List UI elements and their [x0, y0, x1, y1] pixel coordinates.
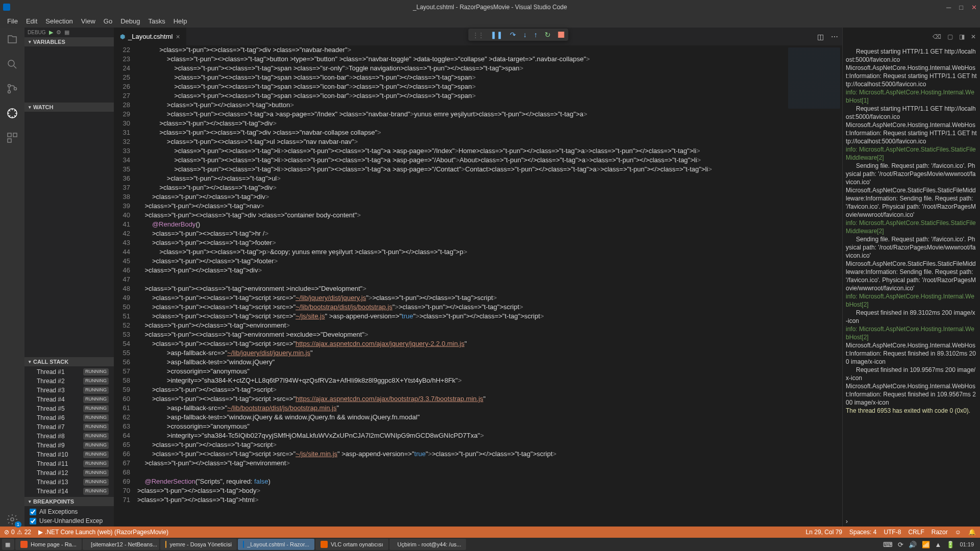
more-actions-icon[interactable]: ⋯: [831, 33, 838, 41]
code-editor[interactable]: 2223242526272829303132333435363738394041…: [114, 45, 842, 527]
status-spaces[interactable]: Spaces: 4: [849, 529, 876, 536]
thread-item[interactable]: Thread #6RUNNING: [24, 413, 114, 422]
minimize-button[interactable]: ─: [946, 4, 951, 11]
debug-console-output[interactable]: Request starting HTTP/1.1 GET http://loc…: [843, 45, 980, 516]
svg-point-3: [8, 91, 11, 93]
explorer-icon[interactable]: [5, 33, 19, 47]
activity-bar: [0, 28, 24, 527]
os-taskbar: ▦ Home page - Ra...[sitemaker12 - NetBea…: [0, 538, 980, 551]
svg-point-0: [8, 60, 14, 66]
thread-item[interactable]: Thread #9RUNNING: [24, 441, 114, 450]
minimap[interactable]: [786, 45, 842, 527]
status-bell-icon[interactable]: 🔔: [968, 529, 976, 536]
status-errors[interactable]: ⊘ 0 ⚠ 22: [4, 529, 31, 536]
split-editor-icon[interactable]: ◫: [817, 33, 824, 41]
tray-updates-icon[interactable]: ⟳: [898, 541, 903, 548]
taskbar-app[interactable]: [sitemaker12 - NetBeans...: [83, 539, 159, 550]
thread-item[interactable]: Thread #5RUNNING: [24, 404, 114, 413]
debug-toolbar[interactable]: ⋮⋮ ❚❚ ↷ ↓ ↑ ↻: [468, 29, 568, 41]
menu-help[interactable]: Help: [169, 15, 191, 27]
close-tab-icon[interactable]: ×: [176, 33, 180, 41]
tray-vlc-icon[interactable]: ▲: [935, 541, 942, 548]
maximize-button[interactable]: □: [959, 4, 963, 11]
thread-item[interactable]: Thread #1RUNNING: [24, 367, 114, 377]
breakpoints-section-header[interactable]: ▾BREAKPOINTS: [24, 497, 114, 506]
thread-item[interactable]: Thread #4RUNNING: [24, 395, 114, 404]
breakpoint-user-unhandled[interactable]: User-Unhandled Excep: [24, 516, 114, 525]
taskbar-app[interactable]: _Layout.cshtml - Razor...: [238, 539, 314, 550]
tray-battery-icon[interactable]: 🔋: [946, 541, 954, 548]
thread-item[interactable]: Thread #7RUNNING: [24, 422, 114, 432]
svg-point-9: [11, 518, 14, 521]
svg-rect-7: [13, 133, 17, 137]
status-language[interactable]: Razor: [932, 529, 948, 536]
editor-area: ⬢ _Layout.cshtml × ⋮⋮ ❚❚ ↷ ↓ ↑ ↻ ◫ ⋯ 222…: [114, 28, 842, 527]
debug-console-icon[interactable]: ▦: [64, 29, 69, 36]
tray-keyboard-icon[interactable]: ⌨: [883, 541, 893, 548]
taskbar-app[interactable]: yemre - Dosya Yöneticisi: [160, 539, 237, 550]
thread-item[interactable]: Thread #2RUNNING: [24, 377, 114, 386]
taskbar-app[interactable]: Uçbirim - root@y44: /us...: [389, 539, 466, 550]
taskbar-app[interactable]: VLC ortam oynatıcısı: [315, 539, 388, 550]
titlebar: _Layout.cshtml - RazorPagesMovie - Visua…: [0, 0, 980, 14]
start-debug-icon[interactable]: ▶: [49, 29, 53, 36]
thread-item[interactable]: Thread #12RUNNING: [24, 468, 114, 478]
close-button[interactable]: ✕: [971, 4, 977, 11]
tray-clock[interactable]: 01:19: [960, 541, 974, 547]
restart-icon[interactable]: ↻: [545, 31, 551, 39]
menu-file[interactable]: File: [3, 15, 22, 27]
thread-item[interactable]: Thread #14RUNNING: [24, 487, 114, 496]
editor-tabs: ⬢ _Layout.cshtml × ⋮⋮ ❚❚ ↷ ↓ ↑ ↻ ◫ ⋯: [114, 28, 842, 45]
settings-gear-icon[interactable]: [5, 512, 19, 527]
tab-layout-cshtml[interactable]: ⬢ _Layout.cshtml ×: [114, 28, 187, 45]
search-icon[interactable]: [5, 57, 19, 71]
menu-go[interactable]: Go: [100, 15, 116, 27]
thread-item[interactable]: Thread #10RUNNING: [24, 450, 114, 459]
svg-line-1: [14, 66, 16, 68]
step-over-icon[interactable]: ↷: [510, 31, 516, 39]
step-out-icon[interactable]: ↑: [534, 31, 537, 39]
svg-rect-8: [8, 139, 11, 142]
callstack-section-header[interactable]: ▾CALL STACK: [24, 357, 114, 366]
extensions-icon[interactable]: [5, 131, 19, 145]
step-into-icon[interactable]: ↓: [523, 31, 527, 39]
svg-point-4: [14, 88, 17, 90]
thread-item[interactable]: Thread #3RUNNING: [24, 386, 114, 395]
menubar: FileEditSelectionViewGoDebugTasksHelp: [0, 14, 980, 28]
taskbar-show-desktop[interactable]: ▦: [2, 539, 14, 550]
status-cursor[interactable]: Ln 29, Col 79: [806, 529, 842, 536]
drag-handle-icon[interactable]: ⋮⋮: [472, 31, 483, 39]
menu-tasks[interactable]: Tasks: [144, 15, 169, 27]
menu-view[interactable]: View: [77, 15, 100, 27]
thread-item[interactable]: Thread #8RUNNING: [24, 432, 114, 441]
taskbar-app[interactable]: Home page - Ra...: [15, 539, 82, 550]
thread-item[interactable]: Thread #11RUNNING: [24, 459, 114, 468]
menu-edit[interactable]: Edit: [22, 15, 41, 27]
variables-section-header[interactable]: ▾VARIABLES: [24, 37, 114, 46]
close-panel-icon[interactable]: ✕: [971, 33, 976, 41]
maximize-panel-icon[interactable]: ▢: [947, 33, 953, 41]
debug-icon[interactable]: [5, 106, 19, 120]
tray-network-icon[interactable]: 📶: [922, 541, 930, 548]
status-encoding[interactable]: UTF-8: [884, 529, 901, 536]
debug-config-gear-icon[interactable]: ⚙: [56, 29, 61, 36]
menu-debug[interactable]: Debug: [116, 15, 144, 27]
move-panel-icon[interactable]: ◨: [959, 33, 965, 41]
clear-console-icon[interactable]: ⌫: [933, 33, 941, 41]
watch-section-header[interactable]: ▾WATCH: [24, 103, 114, 112]
svg-rect-6: [8, 133, 11, 137]
debug-sidebar: DEBUG ▶ ⚙ ▦ ▾VARIABLES ▾WATCH ▾CALL STAC…: [24, 28, 114, 527]
thread-item[interactable]: Thread #13RUNNING: [24, 478, 114, 487]
breakpoint-all-exceptions[interactable]: All Exceptions: [24, 507, 114, 516]
menu-selection[interactable]: Selection: [41, 15, 77, 27]
debug-console-panel: ⌫ ▢ ◨ ✕ Request starting HTTP/1.1 GET ht…: [842, 28, 980, 527]
status-feedback[interactable]: ☺: [955, 529, 961, 536]
status-eol[interactable]: CRLF: [908, 529, 924, 536]
pause-icon[interactable]: ❚❚: [491, 31, 503, 39]
debug-label: DEBUG: [28, 30, 46, 35]
scm-icon[interactable]: [5, 82, 19, 96]
debug-console-input[interactable]: ›: [843, 516, 980, 527]
status-launch-config[interactable]: ▶ .NET Core Launch (web) (RazorPagesMovi…: [38, 529, 168, 536]
tray-volume-icon[interactable]: 🔊: [909, 541, 917, 548]
stop-icon[interactable]: [558, 32, 564, 38]
